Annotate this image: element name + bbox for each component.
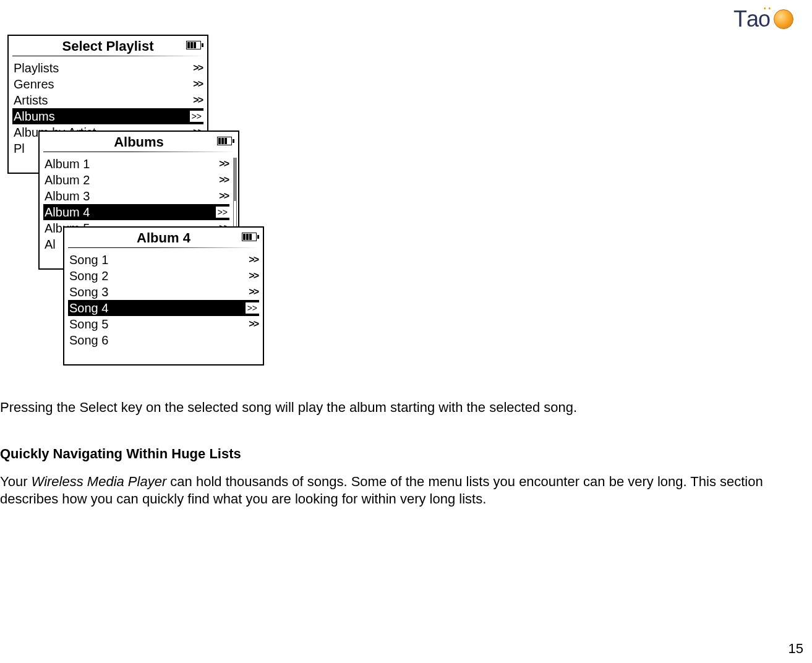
screen-title: Albums [114, 134, 164, 150]
list-item[interactable]: Album 3>> [43, 188, 229, 204]
list-item[interactable]: Album 2>> [43, 172, 229, 188]
menu-list: Song 1>> Song 2>> Song 3>> Song 4>> Song… [68, 252, 259, 348]
chevron-right-icon: >> [193, 60, 202, 76]
section-heading: Quickly Navigating Within Huge Lists [0, 445, 800, 463]
paragraph: Pressing the Select key on the selected … [0, 399, 800, 416]
list-item[interactable]: Genres>> [12, 76, 203, 92]
chevron-right-icon: >> [249, 316, 258, 332]
chevron-right-icon: >> [219, 172, 228, 188]
chevron-right-icon: >> [219, 188, 228, 204]
chevron-right-icon: >> [216, 207, 229, 218]
logo-orb-icon [774, 9, 793, 29]
list-item-selected[interactable]: Album 4>> [43, 204, 229, 220]
screen-title: Album 4 [137, 230, 190, 246]
battery-icon [186, 41, 201, 49]
battery-icon [217, 137, 232, 145]
chevron-right-icon: >> [246, 302, 259, 314]
battery-icon [242, 233, 257, 241]
page-number: 15 [788, 641, 803, 657]
chevron-right-icon: >> [193, 92, 202, 108]
brand-logo: Ta••o [733, 6, 793, 32]
screen-title: Select Playlist [62, 38, 154, 54]
list-item[interactable]: Playlists>> [12, 60, 203, 76]
chevron-right-icon: >> [190, 111, 203, 122]
list-item[interactable]: Song 3>> [68, 284, 259, 300]
title-separator [68, 247, 259, 248]
list-item-selected[interactable]: Song 4>> [68, 300, 259, 316]
list-item[interactable]: Song 6 [68, 332, 259, 348]
chevron-right-icon: >> [193, 76, 202, 92]
screen-album4: Album 4 Song 1>> Song 2>> Song 3>> Song … [63, 226, 264, 366]
title-separator [43, 152, 234, 152]
device-screens-cascade: Select Playlist Playlists>> Genres>> Art… [7, 35, 273, 381]
paragraph: Your Wireless Media Player can hold thou… [0, 473, 800, 508]
list-item[interactable]: Album 1>> [43, 156, 229, 172]
list-item-selected[interactable]: Albums>> [12, 108, 203, 124]
chevron-right-icon: >> [249, 284, 258, 300]
list-item[interactable]: Artists>> [12, 92, 203, 108]
list-item[interactable]: Song 5>> [68, 316, 259, 332]
logo-text: Ta••o [733, 6, 770, 32]
scrollbar-thumb[interactable] [233, 158, 237, 201]
list-item[interactable]: Song 1>> [68, 252, 259, 268]
chevron-right-icon: >> [249, 252, 258, 268]
title-separator [12, 56, 203, 56]
chevron-right-icon: >> [219, 156, 228, 172]
chevron-right-icon: >> [249, 268, 258, 284]
list-item[interactable]: Song 2>> [68, 268, 259, 284]
